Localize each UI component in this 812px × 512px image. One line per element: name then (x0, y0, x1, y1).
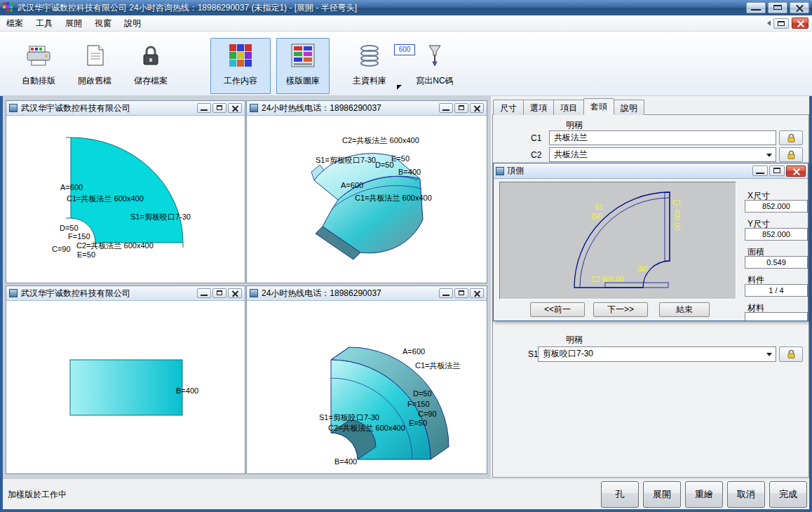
toolbar-label: 主資料庫 (353, 75, 386, 87)
complete-button[interactable]: 完成 (769, 481, 807, 508)
viewport-window-top-right[interactable]: 24小时热线电话：18986290037 C2=共板法兰 600x400 S1=… (246, 100, 487, 283)
dim-label: C=90 (52, 245, 71, 253)
dim-label: D=50 (60, 224, 79, 232)
drawing-area[interactable]: A=600 C1=共板法兰 600x400 S1=剪板咬口7-30 D=50 F… (6, 116, 245, 283)
menu-tools[interactable]: 工具 (29, 15, 59, 32)
auto-nest-button[interactable]: 自動排版 (11, 38, 67, 94)
open-file-button[interactable]: 開啟舊檔 (67, 38, 123, 94)
row-key-c2: C2 (531, 150, 541, 160)
previous-button[interactable]: <<前一 (530, 302, 585, 317)
maximize-button[interactable] (212, 288, 226, 298)
work-content-button[interactable]: 工作内容 (210, 38, 271, 94)
preview-canvas[interactable]: S1 (M) C1 400.00 (M) C2 600.00 (499, 182, 736, 299)
close-button[interactable] (228, 288, 242, 298)
tab-dimensions[interactable]: 尺寸 (493, 100, 524, 115)
viewport-title: 武汉华宇诚数控科技有限公司 (21, 102, 196, 114)
drawing-area[interactable]: C2=共板法兰 600x400 S1=剪板咬口7-30 E=50 D=50 B=… (247, 116, 487, 283)
drawing-area[interactable]: B=400 (6, 301, 245, 473)
viewport-window-bottom-right[interactable]: 24小时热线电话：18986290037 A=600 C1=共板法兰 D=50 … (246, 285, 487, 474)
c2-flange-combobox[interactable]: 共板法兰 (549, 147, 776, 162)
area-field[interactable]: 0.549 (745, 256, 808, 269)
menu-help[interactable]: 說明 (118, 15, 147, 32)
maximize-button[interactable] (454, 288, 468, 298)
viewport-titlebar[interactable]: 24小时热线电话：18986290037 (247, 286, 487, 301)
minimize-button[interactable] (197, 288, 211, 298)
close-button[interactable] (786, 166, 806, 177)
menu-unfold[interactable]: 展開 (59, 15, 88, 32)
open-file-icon (82, 43, 107, 69)
restore-icon (778, 21, 785, 26)
mdi-restore-button[interactable] (773, 18, 789, 29)
unfold-button[interactable]: 展開 (643, 481, 681, 508)
viewport-titlebar[interactable]: 武汉华宇诚数控科技有限公司 (6, 101, 245, 116)
s1-lock-button[interactable] (779, 346, 803, 362)
viewport-titlebar[interactable]: 武汉华宇诚数控科技有限公司 (6, 286, 245, 301)
elbow-3d-drawing (247, 301, 487, 473)
dim-label: S1=剪板咬口7-30 (130, 213, 191, 221)
mdi-child-controls (767, 18, 812, 29)
close-button[interactable] (790, 2, 809, 13)
rectangle-drawing (6, 301, 245, 473)
chevron-down-icon (766, 353, 772, 356)
main-database-button[interactable]: 主資料庫 (341, 38, 398, 94)
c2-lock-button[interactable] (779, 147, 803, 162)
top-side-dialog[interactable]: 頂側 S1 (M) C1 400.00 (M) C2 600.00 <<前一 下… (493, 163, 808, 321)
tab-options[interactable]: 選項 (523, 100, 554, 115)
viewport-title: 24小时热线电话：18986290037 (262, 102, 438, 114)
titlebar[interactable]: 武汉华宇诚数控科技有限公司 24小时咨询热线：18986290037 (未指定1… (0, 0, 812, 15)
maximize-button[interactable] (454, 103, 468, 113)
dialog-titlebar[interactable]: 頂側 (494, 163, 808, 179)
maximize-button[interactable] (768, 2, 787, 13)
viewport-title: 24小时热线电话：18986290037 (262, 288, 438, 299)
menu-file[interactable]: 檔案 (0, 15, 29, 32)
lock-icon (787, 133, 796, 143)
dim-label: A=600 (341, 181, 363, 189)
menu-window[interactable]: 視窗 (88, 15, 118, 32)
dim-label: F=150 (68, 232, 90, 241)
dim-label: A=600 (402, 347, 425, 356)
canvas-label: C2 600.00 (591, 276, 623, 283)
redraw-button[interactable]: 重繪 (685, 481, 723, 508)
minimize-button[interactable] (752, 166, 768, 176)
next-button[interactable]: 下一>> (593, 302, 648, 317)
minimize-button[interactable] (439, 288, 453, 298)
dim-label: E=50 (77, 250, 95, 259)
finish-button[interactable]: 結束 (659, 302, 710, 317)
close-button[interactable] (470, 288, 484, 298)
c1-lock-button[interactable] (779, 130, 803, 145)
document-icon (250, 289, 258, 297)
canvas-label: S1 (595, 203, 603, 211)
dim-label: B=400 (334, 457, 357, 466)
close-button[interactable] (228, 103, 242, 113)
material-field[interactable] (745, 312, 808, 321)
minimize-button[interactable] (197, 103, 211, 113)
maximize-button[interactable] (212, 103, 226, 113)
tab-items[interactable]: 項目 (553, 100, 584, 115)
tab-connections[interactable]: 套頭 (583, 98, 614, 115)
viewport-titlebar[interactable]: 24小时热线电话：18986290037 (247, 101, 487, 116)
y-size-field[interactable]: 852.000 (745, 228, 808, 241)
maximize-icon (217, 290, 222, 295)
document-icon (9, 289, 18, 297)
template-library-button[interactable]: 樣版圖庫 (276, 38, 330, 94)
minimize-button[interactable] (746, 2, 766, 13)
toolbar-label: 樣版圖庫 (286, 75, 320, 87)
part-count-field[interactable]: 1 / 4 (745, 284, 808, 297)
tab-notes[interactable]: 說明 (614, 100, 644, 115)
viewport-window-top-left[interactable]: 武汉华宇诚数控科技有限公司 A=600 C1=共板法兰 600x400 S1=剪… (6, 100, 245, 283)
drawing-area[interactable]: A=600 C1=共板法兰 D=50 F=150 C=90 E=50 S1=剪板… (247, 301, 487, 473)
minimize-button[interactable] (439, 103, 453, 113)
s1-seam-combobox[interactable]: 剪板咬口7-30 (538, 346, 776, 362)
mdi-close-button[interactable] (792, 18, 808, 29)
cancel-button[interactable]: 取消 (727, 481, 765, 508)
c1-flange-combobox[interactable]: 共板法兰 (549, 130, 776, 145)
document-icon (9, 104, 18, 112)
hole-button[interactable]: 孔 (601, 481, 639, 508)
x-size-field[interactable]: 852.000 (745, 200, 808, 213)
toolbar-label: 工作内容 (224, 75, 257, 87)
close-button[interactable] (470, 103, 484, 113)
maximize-button[interactable] (769, 166, 785, 176)
nc-badge: 600 (394, 44, 415, 55)
save-file-button[interactable]: 儲存檔案 (123, 38, 179, 94)
viewport-window-bottom-left[interactable]: 武汉华宇诚数控科技有限公司 B=400 (6, 285, 245, 474)
